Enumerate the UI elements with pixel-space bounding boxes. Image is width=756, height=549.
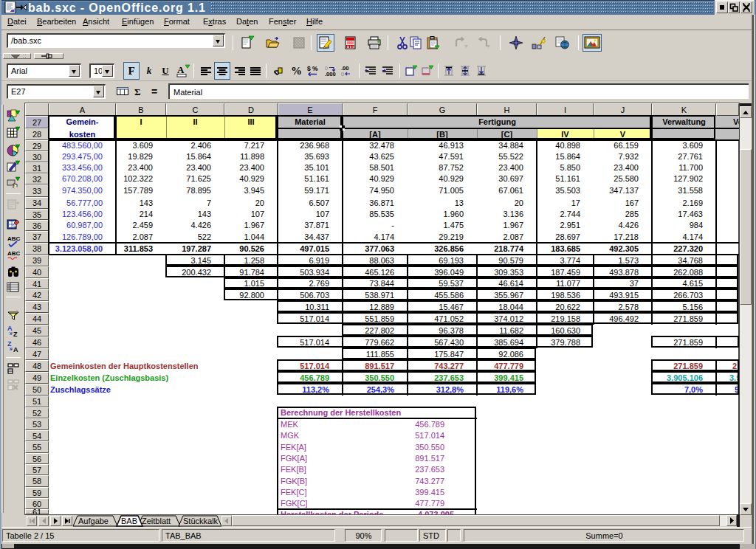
svg-text:.000: .000 <box>325 71 336 77</box>
svg-text:ABC: ABC <box>7 250 20 257</box>
svg-text:Aufgabe: Aufgabe <box>78 517 109 525</box>
svg-text:Stückkalk: Stückkalk <box>183 517 219 525</box>
svg-text:Zeitblatt: Zeitblatt <box>142 517 171 525</box>
svg-text:%: % <box>291 65 302 77</box>
svg-text:$: $ <box>307 65 311 72</box>
svg-text:0: 0 <box>341 71 344 77</box>
svg-text:A: A <box>13 346 18 353</box>
svg-text:Z: Z <box>7 340 12 348</box>
svg-text:A: A <box>177 64 185 75</box>
svg-text:Z: Z <box>13 331 18 338</box>
svg-text:BAB: BAB <box>121 517 137 525</box>
svg-text:A: A <box>7 325 13 332</box>
svg-text:%: % <box>312 65 318 72</box>
svg-text:ABC: ABC <box>7 235 20 242</box>
